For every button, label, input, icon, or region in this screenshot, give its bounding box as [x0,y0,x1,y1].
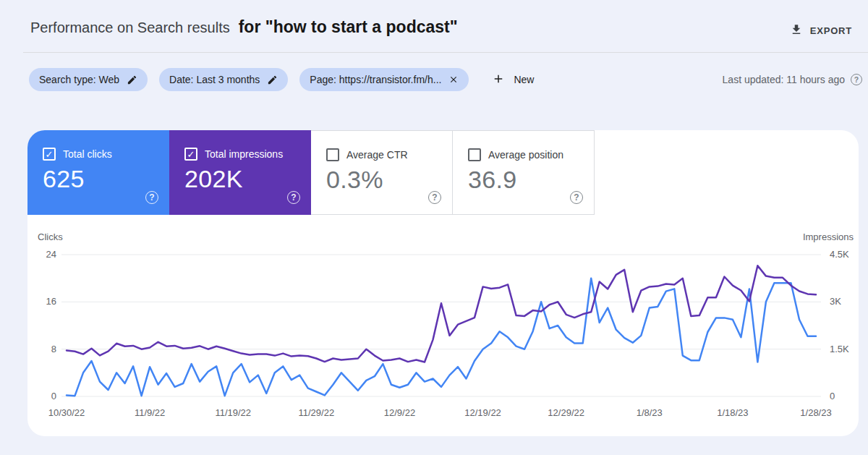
edit-pencil-icon[interactable] [267,75,278,85]
date-tick-label: 11/29/22 [299,407,335,418]
axis-tick-label: 4.5K [830,249,849,260]
performance-panel: ✓ Total clicks 625 ? ✓ Total impressions… [27,130,859,436]
last-updated: Last updated: 11 hours ago ? [723,74,862,85]
date-tick-label: 11/19/22 [215,407,251,418]
filter-chip-label: Date: Last 3 months [169,74,260,85]
last-updated-text: Last updated: 11 hours ago [723,74,845,85]
filter-bar: Search type: Web Date: Last 3 months Pag… [29,68,862,91]
edit-pencil-icon[interactable] [127,75,137,85]
date-tick-label: 1/28/23 [800,407,831,418]
plus-icon [492,72,505,88]
header-divider [23,52,868,53]
filter-chip-page[interactable]: Page: https://transistor.fm/h... [299,68,469,91]
page-header: Performance on Search results for "how t… [30,17,858,43]
axis-tick-label: 24 [27,249,56,260]
axis-tick-label: 16 [27,296,56,307]
date-tick-label: 1/8/23 [637,407,663,418]
date-tick-label: 12/29/22 [548,407,584,418]
axis-tick-label: 0 [27,391,56,402]
performance-chart[interactable] [27,130,859,436]
performance-page: Performance on Search results for "how t… [0,0,868,455]
axis-tick-label: 8 [27,344,56,355]
axis-tick-label: 3K [830,296,841,307]
page-title: Performance on Search results [30,20,230,36]
help-icon[interactable]: ? [851,74,862,85]
date-tick-label: 12/9/22 [384,407,415,418]
filter-chip-label: Page: https://transistor.fm/h... [310,74,441,85]
filter-chip-date[interactable]: Date: Last 3 months [159,68,288,91]
chart-area: Clicks Impressions 241680 4.5K3K1.5K0 10… [27,130,859,436]
axis-tick-label: 1.5K [830,344,849,355]
axis-tick-label: 0 [830,391,835,402]
close-icon[interactable] [448,75,459,85]
new-filter-label: New [514,74,534,85]
filter-chip-label: Search type: Web [39,74,119,85]
export-button[interactable]: EXPORT [784,19,858,43]
date-tick-label: 1/18/23 [717,407,748,418]
filter-chip-search-type[interactable]: Search type: Web [29,68,148,91]
download-icon [790,23,803,38]
clicks-line [67,278,816,396]
new-filter-button[interactable]: New [488,69,538,90]
date-tick-label: 10/30/22 [48,407,85,418]
date-tick-label: 11/9/22 [135,407,165,418]
page-title-query: for "how to start a podcast" [239,17,458,37]
export-label: EXPORT [810,25,852,36]
date-tick-label: 12/19/22 [464,407,501,418]
